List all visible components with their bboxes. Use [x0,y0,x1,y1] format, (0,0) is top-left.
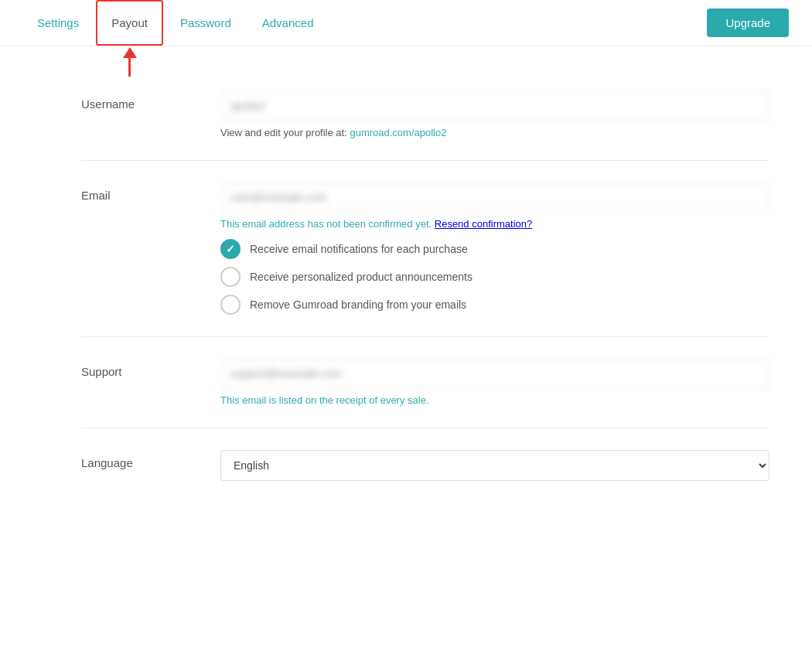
email-content: This email address has not been confirme… [220,182,769,315]
language-content: English Spanish French German Japanese P… [220,450,769,481]
username-content: View and edit your profile at: gumroad.c… [220,91,769,138]
checkbox-notify-purchase-label: Receive email notifications for each pur… [250,243,468,255]
radio-remove-branding[interactable] [220,295,241,315]
email-label: Email [81,182,189,202]
language-row: Language English Spanish French German J… [81,428,769,503]
main-content: Username View and edit your profile at: … [19,46,793,526]
payout-tab-wrapper: Payout [96,0,163,46]
navbar: Settings Payout Password Advanced Upgrad… [0,0,812,46]
checkbox-personalized[interactable]: Receive personalized product announcemen… [220,267,769,287]
resend-confirmation-link[interactable]: Resend confirmation? [435,218,532,230]
username-input[interactable] [220,91,769,121]
tab-password[interactable]: Password [166,0,245,46]
username-row: Username View and edit your profile at: … [81,70,769,161]
arrow-head-icon [123,47,137,58]
checkbox-personalized-label: Receive personalized product announcemen… [250,271,473,283]
email-input[interactable] [220,182,769,212]
username-hint: View and edit your profile at: gumroad.c… [220,127,769,138]
support-hint: This email is listed on the receipt of e… [220,394,769,406]
email-warning: This email address has not been confirme… [220,218,769,230]
tab-settings[interactable]: Settings [23,0,93,46]
support-input[interactable] [220,359,769,388]
tab-payout[interactable]: Payout [96,0,163,46]
username-label: Username [81,91,189,111]
username-profile-link[interactable]: gumroad.com/apollo2 [350,127,446,138]
checkbox-remove-branding[interactable]: Remove Gumroad branding from your emails [220,295,769,315]
nav-tabs: Settings Payout Password Advanced [23,0,327,46]
language-select[interactable]: English Spanish French German Japanese P… [220,450,769,481]
checkbox-remove-branding-label: Remove Gumroad branding from your emails [250,298,466,311]
arrow-shaft-icon [128,58,131,77]
email-warning-text: This email address has not been confirme… [220,218,432,230]
radio-personalized[interactable] [220,267,241,287]
tab-advanced[interactable]: Advanced [248,0,328,46]
email-checkbox-group: Receive email notifications for each pur… [220,239,769,315]
payout-arrow-indicator [123,47,137,77]
upgrade-button[interactable]: Upgrade [707,9,789,37]
language-label: Language [81,450,189,469]
username-hint-text: View and edit your profile at: [220,127,350,138]
support-label: Support [81,359,189,378]
support-hint-text: This email is listed on the receipt of e… [220,394,429,406]
radio-notify-purchase[interactable] [220,239,241,259]
support-content: This email is listed on the receipt of e… [220,359,769,406]
support-row: Support This email is listed on the rece… [81,337,769,428]
checkbox-notify-purchase[interactable]: Receive email notifications for each pur… [220,239,769,259]
email-row: Email This email address has not been co… [81,161,769,337]
